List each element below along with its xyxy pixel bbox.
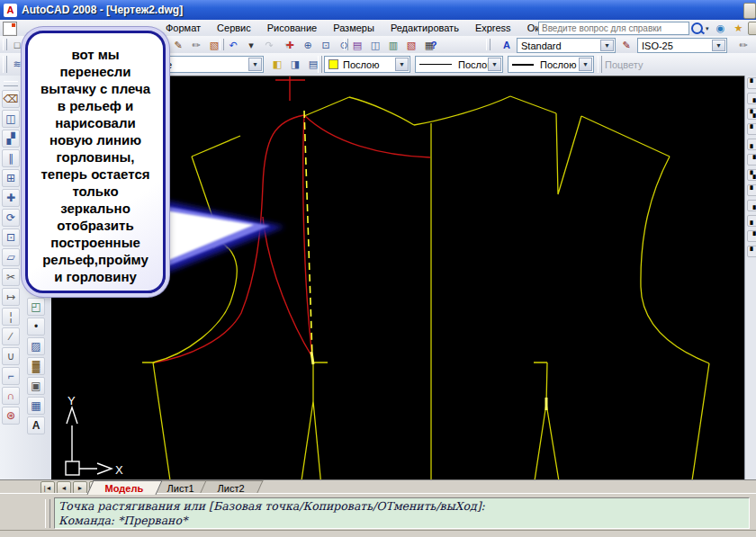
back-side-seam[interactable] — [691, 363, 709, 480]
new-file-icon[interactable]: □ — [9, 37, 25, 53]
toolbar-grip[interactable] — [4, 81, 18, 86]
mdi-button-partial[interactable] — [748, 22, 756, 35]
toolbar-grip[interactable] — [598, 56, 602, 73]
explode-icon[interactable]: ⊛ — [2, 407, 20, 425]
lineweight-combo[interactable]: Послою ▼ — [508, 56, 594, 73]
style-partial-icon[interactable]: ✏ — [735, 37, 752, 53]
break-at-point-icon[interactable]: ¦ — [2, 308, 20, 326]
front-waist-dart[interactable] — [301, 361, 328, 480]
undo-flyout-icon[interactable]: ▾ — [243, 37, 259, 53]
table-icon[interactable]: ▦ — [27, 397, 45, 415]
back-shoulder-and-dart[interactable] — [510, 96, 670, 194]
docked-partial-icon[interactable]: ▗ — [747, 200, 756, 211]
properties-palette-icon[interactable]: ▤ — [349, 37, 365, 53]
layer-properties-manager-icon[interactable]: ≋ — [9, 56, 25, 72]
linetype-combo[interactable]: Послою ▼ — [415, 56, 503, 73]
back-neckline[interactable] — [414, 96, 510, 125]
region-icon[interactable]: ▣ — [27, 377, 45, 395]
chamfer-icon[interactable]: ⌐ — [2, 367, 20, 385]
command-grip[interactable] — [45, 499, 50, 528]
docked-partial-icon[interactable]: ▘ — [747, 246, 756, 257]
help-icon[interactable]: ? — [426, 37, 442, 53]
mirror-icon[interactable]: ▞ — [2, 130, 20, 148]
front-shoulder-line[interactable] — [192, 136, 240, 157]
autocad-app-icon[interactable]: A — [4, 4, 17, 17]
new-neckline-red[interactable] — [304, 115, 430, 157]
docked-partial-icon[interactable]: ▝ — [747, 154, 756, 166]
move-icon[interactable]: ✚ — [2, 189, 20, 207]
docked-partial-icon[interactable]: ▖ — [747, 215, 756, 227]
tool-palettes-icon[interactable]: ▥ — [385, 37, 401, 53]
front-side-seam[interactable] — [142, 362, 171, 480]
join-icon[interactable]: ∪ — [2, 347, 20, 365]
undo-icon[interactable]: ↶ — [225, 37, 241, 53]
combo-dropdown-icon[interactable]: ▼ — [712, 40, 725, 51]
combo-dropdown-icon[interactable]: ▼ — [248, 58, 262, 71]
menu-express[interactable]: Express — [467, 22, 519, 33]
multiline-text-icon[interactable]: A — [27, 416, 45, 434]
zoom-realtime-icon[interactable]: ⊕ — [300, 37, 316, 53]
docked-partial-icon[interactable]: ▚ — [747, 108, 756, 120]
text-style-icon[interactable]: A — [499, 37, 515, 53]
docked-partial-icon[interactable]: ▘ — [747, 184, 756, 196]
relief-dart-red-right[interactable] — [303, 115, 312, 357]
rotate-icon[interactable]: ⟳ — [2, 209, 20, 227]
search-flyout-icon[interactable]: ▾ — [706, 25, 709, 32]
extend-icon[interactable]: ↦ — [2, 288, 20, 306]
gradient-icon[interactable]: ▓ — [27, 357, 45, 375]
docked-partial-icon[interactable]: ▘ — [747, 77, 756, 89]
match-properties-icon[interactable]: ✎ — [170, 37, 186, 53]
block-editor-icon[interactable]: ✏ — [188, 37, 204, 53]
dim-style-combo[interactable]: ISO-25 ▼ — [637, 38, 727, 53]
erase-icon[interactable]: ⌫ — [2, 90, 20, 108]
sheet-set-manager-icon[interactable]: ▧ — [403, 37, 419, 53]
toolbar-grip[interactable] — [318, 56, 322, 73]
toolbar-grip[interactable] — [3, 39, 7, 50]
back-armhole[interactable] — [641, 157, 709, 363]
copy-icon[interactable]: ◫ — [2, 110, 20, 128]
front-old-shoulder[interactable] — [304, 97, 349, 116]
combo-dropdown-icon[interactable]: ▼ — [395, 58, 409, 71]
docked-partial-icon[interactable]: ▚ — [747, 169, 756, 181]
redo-icon[interactable]: ↷ — [261, 37, 277, 53]
communication-center-icon[interactable]: ◉ — [713, 21, 729, 37]
menu-dimensions[interactable]: Размеры — [325, 22, 382, 33]
combo-dropdown-icon[interactable]: ▼ — [579, 58, 592, 71]
docked-partial-icon[interactable]: ▖ — [747, 139, 756, 150]
minimize-button-partial[interactable] — [743, 3, 756, 19]
search-icon[interactable] — [691, 22, 703, 34]
trim-icon[interactable]: ✂ — [2, 268, 20, 286]
point-icon[interactable]: • — [27, 318, 45, 336]
docked-partial-icon[interactable]: ▘ — [747, 123, 756, 135]
color-combo[interactable]: Послою ▼ — [324, 56, 410, 73]
relief-dart-red-left[interactable] — [263, 217, 312, 357]
menu-draw[interactable]: Рисование — [259, 22, 325, 33]
layer-previous-icon[interactable]: ◨ — [287, 56, 303, 72]
combo-dropdown-icon[interactable]: ▼ — [488, 58, 501, 71]
offset-icon[interactable]: ∥ — [2, 149, 20, 167]
help-search-input[interactable] — [538, 22, 689, 35]
tab-model[interactable]: Модель — [86, 480, 162, 495]
make-object-layer-current-icon[interactable]: ◧ — [269, 56, 285, 72]
pan-realtime-icon[interactable]: ✚ — [282, 37, 298, 53]
docked-partial-icon[interactable]: ▝ — [747, 230, 756, 242]
hatch-icon[interactable]: ▨ — [27, 337, 45, 355]
designcenter-icon[interactable]: ◫ — [367, 37, 383, 53]
text-style-combo[interactable]: Standard ▼ — [517, 38, 616, 53]
fillet-icon[interactable]: ∩ — [2, 387, 20, 405]
scale-icon[interactable]: ⊡ — [2, 228, 20, 246]
combo-dropdown-icon[interactable]: ▼ — [600, 40, 614, 51]
red-grip-marker[interactable] — [275, 76, 305, 101]
favorites-star-icon[interactable]: ★ — [731, 21, 747, 37]
toolbar-grip[interactable] — [486, 39, 490, 50]
make-block-icon[interactable]: ◰ — [27, 298, 45, 316]
toolbar-grip[interactable] — [3, 56, 7, 73]
drawing-file-icon[interactable] — [3, 22, 17, 36]
array-icon[interactable]: ⊞ — [2, 169, 20, 187]
dim-style-icon[interactable]: ✎ — [618, 37, 634, 53]
stretch-icon[interactable]: ▱ — [2, 248, 20, 266]
front-old-neckline[interactable] — [349, 97, 414, 125]
dart-apex-highlight[interactable] — [311, 352, 313, 364]
command-input-area[interactable]: Точка растягивания или [Базовая точка/Ко… — [54, 497, 750, 529]
docked-partial-icon[interactable]: ▗ — [747, 93, 756, 104]
